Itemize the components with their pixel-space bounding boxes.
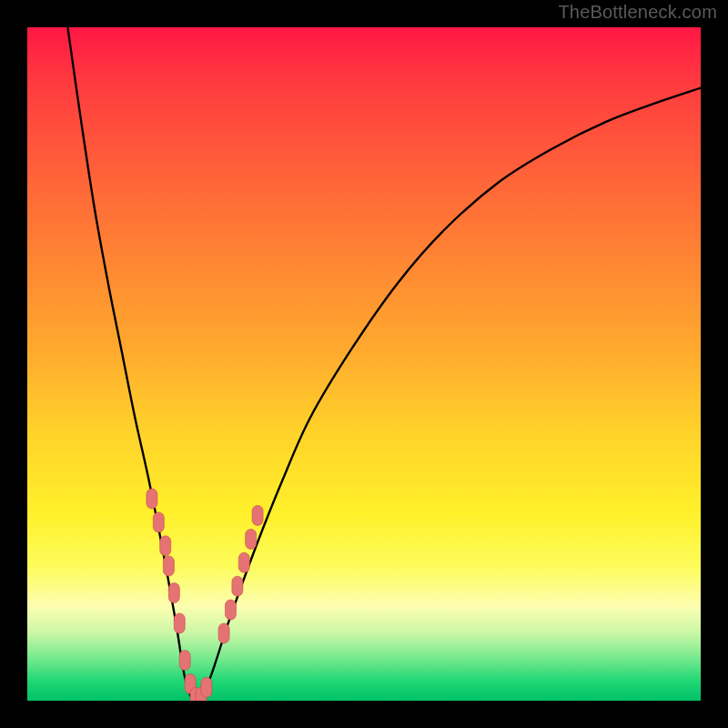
highlight-marker xyxy=(225,600,236,620)
bottleneck-curve xyxy=(67,27,701,701)
chart-frame: TheBottleneck.com xyxy=(0,0,728,728)
highlight-marker xyxy=(174,613,185,633)
highlight-marker xyxy=(218,623,229,643)
chart-svg xyxy=(27,27,701,701)
marker-layer xyxy=(147,489,263,701)
highlight-marker xyxy=(153,512,164,532)
highlight-marker xyxy=(252,506,263,526)
highlight-marker xyxy=(147,489,157,509)
highlight-marker xyxy=(238,552,249,572)
highlight-marker xyxy=(163,556,174,576)
watermark-text: TheBottleneck.com xyxy=(558,2,717,23)
curve-layer xyxy=(67,27,701,701)
highlight-marker xyxy=(168,583,179,603)
highlight-marker xyxy=(160,536,171,556)
plot-area xyxy=(27,27,701,701)
highlight-marker xyxy=(232,576,243,596)
highlight-marker xyxy=(201,677,212,697)
highlight-marker xyxy=(179,651,190,671)
highlight-marker xyxy=(246,529,257,549)
